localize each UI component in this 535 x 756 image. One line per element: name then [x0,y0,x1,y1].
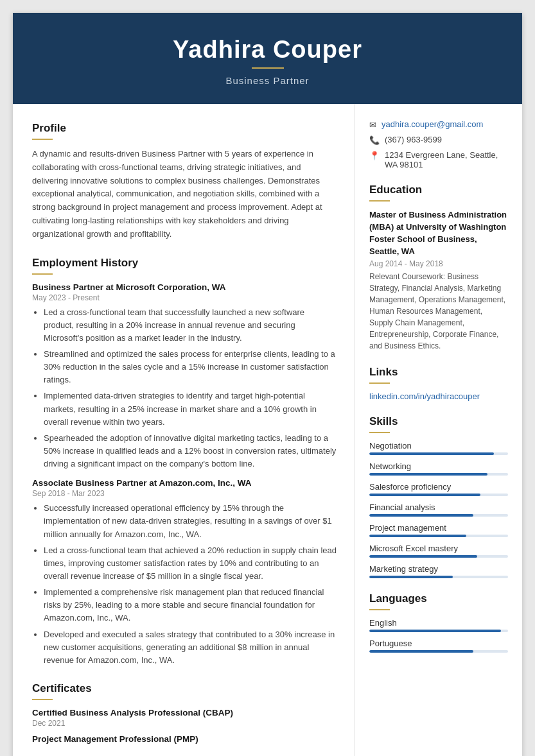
skills-section: Skills Negotiation Networking Salesforce… [369,415,508,578]
languages-section: Languages English Portuguese [369,592,508,653]
certificates-divider [32,699,53,700]
edu-1-dates: Aug 2014 - May 2018 [369,259,508,268]
left-column: Profile A dynamic and results-driven Bus… [13,104,355,756]
skill-bar-fill [369,535,466,537]
skills-title: Skills [369,415,508,428]
job-1: Business Partner at Microsoft Corporatio… [32,282,337,471]
skill-bar-bg [369,576,508,578]
resume-body: Profile A dynamic and results-driven Bus… [13,104,522,756]
skill-item: Marketing strategy [369,564,508,578]
phone-item: 📞 (367) 963-9599 [369,135,508,145]
profile-divider [32,139,53,140]
skill-name: Microsoft Excel mastery [369,544,508,553]
skill-bar-bg [369,555,508,558]
skills-divider [369,432,390,433]
cert-2-title: Project Management Professional (PMP) [32,734,337,744]
skill-name: Networking [369,461,508,471]
email-icon: ✉ [369,120,376,130]
skill-bar-bg [369,535,508,537]
phone-icon: 📞 [369,135,380,145]
skill-bar-fill [369,452,494,455]
skill-bar-bg [369,514,508,517]
header-divider [252,67,284,69]
skill-item: Project management [369,523,508,537]
email-item: ✉ yadhira.couper@gmail.com [369,119,508,130]
skill-bar-fill [369,473,487,476]
list-item: Implemented data-driven strategies to id… [44,390,337,428]
employment-title: Employment History [32,257,337,270]
education-section: Education Master of Business Administrat… [369,184,508,352]
resume-container: Yadhira Couper Business Partner Profile … [13,13,522,756]
address-icon: 📍 [369,151,380,160]
languages-list: English Portuguese [369,618,508,653]
candidate-name: Yadhira Couper [26,36,509,64]
language-bar-bg [369,630,508,632]
languages-divider [369,609,390,610]
cert-1-date: Dec 2021 [32,719,337,728]
right-column: ✉ yadhira.couper@gmail.com 📞 (367) 963-9… [355,104,522,756]
list-item: Developed and executed a sales strategy … [44,628,337,667]
skill-item: Microsoft Excel mastery [369,544,508,558]
profile-title: Profile [32,122,337,135]
contact-section: ✉ yadhira.couper@gmail.com 📞 (367) 963-9… [369,119,508,169]
skill-bar-bg [369,452,508,455]
language-bar-bg [369,650,508,653]
skill-bar-bg [369,473,508,476]
list-item: Led a cross-functional team that success… [44,306,337,345]
job-1-title: Business Partner at Microsoft Corporatio… [32,282,337,292]
job-2: Associate Business Partner at Amazon.com… [32,478,337,667]
skill-bar-fill [369,494,480,496]
skill-item: Financial analysis [369,503,508,517]
skill-bar-fill [369,514,473,517]
email-link[interactable]: yadhira.couper@gmail.com [382,119,483,129]
employment-section: Employment History Business Partner at M… [32,257,337,667]
profile-text: A dynamic and results-driven Business Pa… [32,148,337,241]
language-name: Portuguese [369,639,508,648]
profile-section: Profile A dynamic and results-driven Bus… [32,122,337,241]
education-title: Education [369,184,508,196]
languages-title: Languages [369,592,508,605]
language-item: English [369,618,508,632]
language-bar-fill [369,650,473,653]
skill-name: Project management [369,523,508,533]
list-item: Spearheaded the adoption of innovative d… [44,432,337,470]
employment-divider [32,273,53,275]
list-item: Streamlined and optimized the sales proc… [44,348,337,386]
language-item: Portuguese [369,639,508,653]
skill-bar-bg [369,494,508,496]
skill-name: Salesforce proficiency [369,482,508,492]
links-divider [369,382,390,384]
list-item: Successfully increased operational effic… [44,502,337,540]
list-item: Implemented a comprehensive risk managem… [44,586,337,624]
linkedin-link[interactable]: linkedin.com/in/yadhiracouper [369,391,480,401]
skill-item: Negotiation [369,441,508,455]
list-item: Led a cross-functional team that achieve… [44,544,337,583]
skill-name: Marketing strategy [369,564,508,574]
edu-1-degree: Master of Business Administration (MBA) … [369,209,508,257]
job-2-title: Associate Business Partner at Amazon.com… [32,478,337,488]
edu-1-desc: Relevant Coursework: Business Strategy, … [369,271,508,352]
skill-item: Salesforce proficiency [369,482,508,496]
job-2-date: Sep 2018 - Mar 2023 [32,489,337,498]
language-bar-fill [369,630,501,632]
skills-list: Negotiation Networking Salesforce profic… [369,441,508,578]
language-name: English [369,618,508,628]
job-1-date: May 2023 - Present [32,293,337,302]
cert-1-title: Certified Business Analysis Professional… [32,708,337,717]
links-section: Links linkedin.com/in/yadhiracouper [369,366,508,401]
links-title: Links [369,366,508,379]
education-divider [369,200,390,202]
certificates-section: Certificates Certified Business Analysis… [32,682,337,744]
skill-bar-fill [369,555,477,558]
skill-item: Networking [369,461,508,476]
skill-name: Negotiation [369,441,508,451]
address-text: 1234 Evergreen Lane, Seattle, WA 98101 [385,150,508,169]
phone-text: (367) 963-9599 [385,135,442,144]
job-2-bullets: Successfully increased operational effic… [32,502,337,667]
skill-bar-fill [369,576,453,578]
cert-1: Certified Business Analysis Professional… [32,708,337,728]
job-1-bullets: Led a cross-functional team that success… [32,306,337,471]
skill-name: Financial analysis [369,503,508,512]
address-item: 📍 1234 Evergreen Lane, Seattle, WA 98101 [369,150,508,169]
resume-header: Yadhira Couper Business Partner [13,13,522,104]
